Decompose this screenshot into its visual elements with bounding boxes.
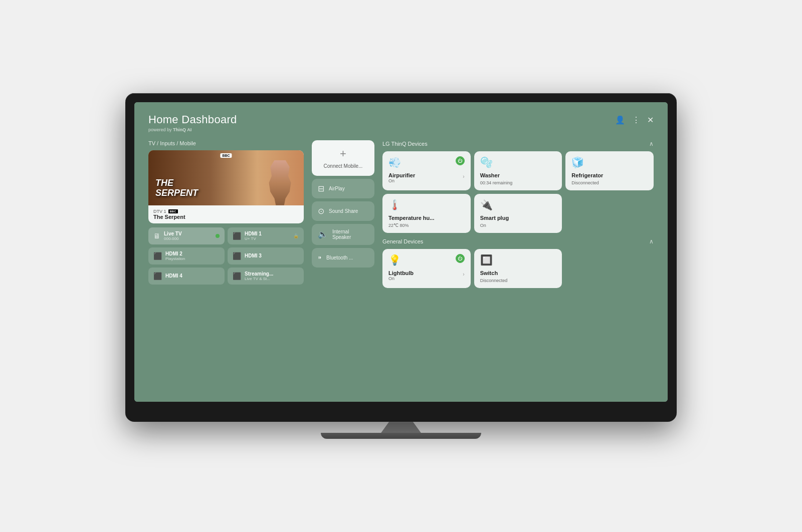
bluetooth-card[interactable]: ⁍ Bluetooth ... [312,248,374,268]
bluetooth-icon: ⁍ [318,253,322,262]
airplay-card[interactable]: ⊟ AirPlay [312,179,374,198]
connect-mobile-label: Connect Mobile... [324,163,363,169]
input-hdmi2[interactable]: ⬛ HDMI 2 Playstation [148,247,225,264]
airpurifier-status: On [388,178,415,183]
bluetooth-label: Bluetooth ... [326,255,353,260]
active-indicator [216,234,220,238]
hdmi1-icon: ⬛ [233,232,241,240]
input-hdmi3[interactable]: ⬛ HDMI 3 [228,247,304,264]
switch-status: Disconnected [480,278,556,283]
hdmi3-icon: ⬛ [233,252,241,260]
speaker-card[interactable]: 🔈 Internal Speaker [312,224,374,245]
header-title-block: Home Dashboard powered by ThinQ AI [148,113,237,132]
input-streaming-text: Streaming... Live TV & St... [245,271,273,281]
input-live-tv-text: Live TV 000-000 [164,231,182,241]
general-collapse-btn[interactable]: ∧ [649,238,654,245]
bbc-inline-badge: BBC [168,209,178,213]
refrigerator-status: Disconnected [571,180,648,185]
main-content: TV / Inputs / Mobile BBC THESERPENT [148,140,654,391]
connect-mobile-card[interactable]: + Connect Mobile... [312,140,374,176]
input-live-tv[interactable]: 🖥 Live TV 000-000 [148,227,225,244]
input-streaming[interactable]: ⬛ Streaming... Live TV & St... [228,268,304,285]
device-smartplug[interactable]: 🔌 Smart plug On [474,194,562,233]
soundshare-icon: ⊙ [318,206,324,216]
left-panel: TV / Inputs / Mobile BBC THESERPENT [148,140,304,391]
more-icon[interactable]: ⋮ [632,115,640,125]
switch-name: Switch [480,270,556,276]
device-washer[interactable]: 🫧 Washer 00:34 remaining [474,151,562,190]
airpurifier-icon: 💨 [388,156,401,168]
temperature-status: 22℃ 80% [388,223,465,228]
input-hdmi4-text: HDMI 4 [165,273,182,279]
close-icon[interactable]: ✕ [647,115,654,125]
thinq-device-grid: 💨 ⏻ Airpurifier On [382,151,654,233]
soundshare-card[interactable]: ⊙ Sound Share [312,201,374,221]
general-section-title: General Devices [382,238,423,244]
tv-section-label: TV / Inputs / Mobile [148,140,304,146]
thinq-section-title: LG ThinQ Devices [382,141,428,147]
soundshare-label: Sound Share [329,208,358,214]
header: Home Dashboard powered by ThinQ AI 👤 ⋮ ✕ [148,113,654,132]
airplay-label: AirPlay [329,186,345,191]
device-lightbulb[interactable]: 💡 ⏻ Lightbulb On › [382,249,471,288]
tv-stand [125,422,677,439]
lightbulb-icon: 💡 [388,254,401,266]
middle-panel: + Connect Mobile... ⊟ AirPlay ⊙ Sound Sh… [312,140,374,391]
temperature-name: Temperature hu... [388,215,465,221]
header-actions: 👤 ⋮ ✕ [615,113,654,125]
device-airpurifier[interactable]: 💨 ⏻ Airpurifier On [382,151,471,190]
input-hdmi3-text: HDMI 3 [245,253,262,258]
washer-icon: 🫧 [480,156,493,168]
bbc-badge: BBC [220,153,232,158]
show-name: The Serpent [153,214,299,220]
tv-preview-card[interactable]: BBC THESERPENT DTV 1 BBC The Serpent [148,150,304,223]
input-hdmi4[interactable]: ⬛ HDMI 4 [148,268,225,285]
header-subtitle: powered by ThinQ AI [148,127,237,132]
washer-name: Washer [480,172,556,178]
smartplug-status: On [480,223,556,228]
thinq-collapse-btn[interactable]: ∧ [649,140,654,147]
washer-status: 00:34 remaining [480,180,556,185]
tv-channel: DTV 1 BBC [153,209,299,214]
tv-bezel: Home Dashboard powered by ThinQ AI 👤 ⋮ ✕ [125,93,677,422]
lightbulb-status: On [388,276,414,281]
live-tv-icon: 🖥 [153,232,160,240]
lightbulb-chevron[interactable]: › [463,272,464,277]
lightbulb-name: Lightbulb [388,270,414,276]
airpurifier-name: Airpurifier [388,172,415,178]
general-device-grid: 💡 ⏻ Lightbulb On › [382,249,654,288]
hdmi4-icon: ⬛ [153,272,162,280]
device-refrigerator[interactable]: 🧊 Refrigerator Disconnected [565,151,654,190]
tv-screen: Home Dashboard powered by ThinQ AI 👤 ⋮ ✕ [134,102,668,402]
stand-base [321,433,481,439]
hdmi2-icon: ⬛ [153,252,162,260]
speaker-icon: 🔈 [318,229,328,239]
speaker-label: Internal Speaker [332,229,368,240]
user-icon[interactable]: 👤 [615,115,625,125]
right-panel: LG ThinQ Devices ∧ 💨 ⏻ [382,140,654,391]
airplay-icon: ⊟ [318,184,324,193]
lock-icon: 🔒 [293,233,299,238]
connect-plus-icon: + [340,147,346,160]
smartplug-name: Smart plug [480,215,556,221]
input-hdmi1[interactable]: ⬛ HDMI 1 U+ TV 🔒 [228,227,304,244]
general-devices-section: General Devices ∧ 💡 ⏻ [382,238,654,288]
refrigerator-icon: 🧊 [571,156,584,168]
stand-neck [381,422,421,433]
thinq-devices-section: LG ThinQ Devices ∧ 💨 ⏻ [382,140,654,233]
switch-icon: 🔲 [480,254,493,266]
device-switch[interactable]: 🔲 Switch Disconnected [474,249,562,288]
streaming-icon: ⬛ [233,272,241,280]
refrigerator-name: Refrigerator [571,172,648,178]
airpurifier-power[interactable]: ⏻ [456,156,465,165]
dashboard: Home Dashboard powered by ThinQ AI 👤 ⋮ ✕ [134,102,668,402]
airpurifier-chevron[interactable]: › [463,174,464,179]
thinq-section-header: LG ThinQ Devices ∧ [382,140,654,147]
temperature-icon: 🌡️ [388,199,401,211]
lightbulb-power[interactable]: ⏻ [456,254,465,263]
general-section-header: General Devices ∧ [382,238,654,245]
input-hdmi1-text: HDMI 1 U+ TV [245,231,262,241]
input-grid: 🖥 Live TV 000-000 ⬛ [148,227,304,285]
device-temperature[interactable]: 🌡️ Temperature hu... 22℃ 80% [382,194,471,233]
tv-thumbnail: BBC THESERPENT [148,150,304,205]
